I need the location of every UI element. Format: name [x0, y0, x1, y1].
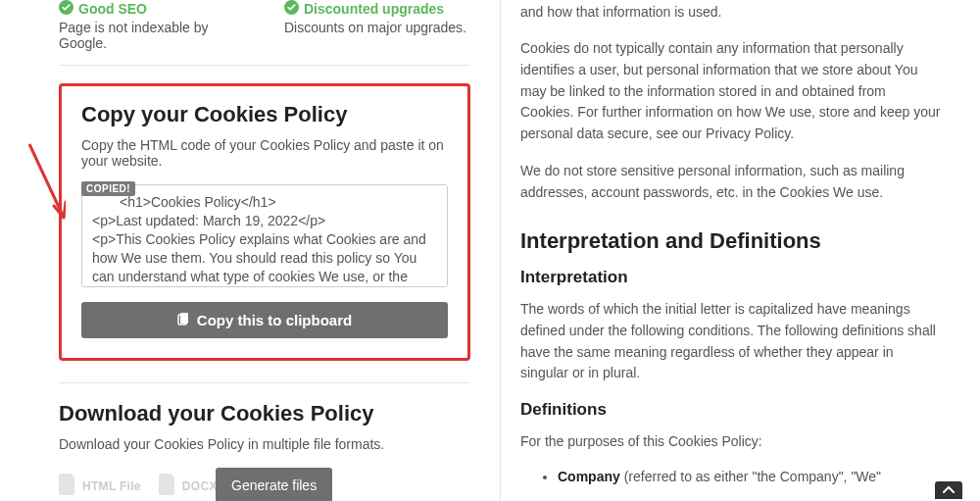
copy-policy-card: Copy your Cookies Policy Copy the HTML c…: [59, 83, 470, 361]
clipboard-icon: [177, 312, 191, 328]
subsection-heading: Interpretation: [520, 268, 941, 287]
definitions-list: Company (referred to as either "the Comp…: [520, 469, 941, 484]
copy-to-clipboard-button[interactable]: Copy this to clipboard: [81, 302, 448, 338]
page: Good SEO Page is not indexable by Google…: [0, 0, 980, 501]
download-lead: Download your Cookies Policy in multiple…: [59, 436, 470, 452]
file-icon: [59, 474, 76, 498]
term-rest: (referred to as either "the Company", "W…: [620, 469, 881, 484]
file-option-docx[interactable]: DOCX: [159, 474, 218, 498]
feature-seo: Good SEO Page is not indexable by Google…: [59, 0, 245, 51]
check-icon: [59, 0, 74, 18]
copied-badge: COPIED!: [81, 181, 135, 196]
file-label: DOCX: [182, 479, 218, 493]
file-label: HTML File: [82, 479, 141, 493]
feature-row: Good SEO Page is not indexable by Google…: [59, 0, 470, 51]
scroll-to-top-button[interactable]: [935, 481, 962, 499]
list-item: Company (referred to as either "the Comp…: [558, 469, 941, 484]
divider: [59, 65, 470, 66]
html-snippet-textarea[interactable]: [81, 184, 448, 287]
article-paragraph: The words of which the initial letter is…: [520, 299, 941, 384]
copy-heading: Copy your Cookies Policy: [81, 102, 448, 127]
feature-desc: Discounts on major upgrades.: [284, 20, 470, 35]
article-paragraph: We do not store sensitive personal infor…: [520, 161, 941, 203]
copy-button-label: Copy this to clipboard: [197, 312, 352, 328]
feature-title: Discounted upgrades: [304, 1, 444, 17]
article-paragraph: type of cookies We use, or the informati…: [520, 0, 941, 23]
section-heading: Interpretation and Definitions: [520, 228, 941, 254]
snippet-wrap: COPIED!: [81, 184, 448, 290]
check-icon: [284, 0, 299, 18]
article-paragraph: For the purposes of this Cookies Policy:: [520, 431, 941, 453]
generate-files-button[interactable]: Generate files: [216, 468, 332, 501]
divider: [59, 382, 470, 383]
feature-discount: Discounted upgrades Discounts on major u…: [284, 0, 470, 51]
file-icon: [159, 474, 176, 498]
subsection-heading: Definitions: [520, 400, 941, 420]
file-format-row: HTML File DOCX MD File Generate files: [59, 474, 470, 498]
feature-desc: Page is not indexable by Google.: [59, 20, 245, 51]
download-heading: Download your Cookies Policy: [59, 401, 470, 426]
feature-title: Good SEO: [78, 1, 147, 17]
article-paragraph: Cookies do not typically contain any inf…: [520, 38, 941, 144]
article-column: type of cookies We use, or the informati…: [500, 0, 980, 501]
left-column: Good SEO Page is not indexable by Google…: [0, 0, 500, 501]
annotation-arrow: [24, 139, 66, 230]
file-option-html[interactable]: HTML File: [59, 474, 141, 498]
term: Company: [558, 469, 620, 484]
copy-lead: Copy the HTML code of your Cookies Polic…: [81, 137, 448, 169]
